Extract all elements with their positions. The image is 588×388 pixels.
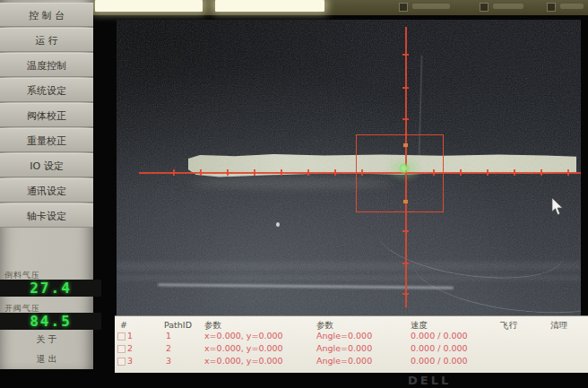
col-header-index: # — [120, 320, 127, 330]
cell-xy: x=0.000, y=0.000 — [204, 356, 283, 366]
crosshair-tick — [402, 118, 409, 120]
top-toolbar — [90, 0, 588, 15]
toolbar-checkbox-icon[interactable] — [399, 3, 408, 12]
row-checkbox[interactable] — [117, 345, 125, 353]
machine-control-screen: 控 制 台 运 行 温度控制 系统设定 阀体校正 重量校正 IO 设定 通讯设定… — [0, 0, 588, 388]
mouse-cursor-icon — [551, 198, 564, 216]
sidebar-item-system-settings[interactable]: 系统设定 — [0, 78, 93, 102]
cell-angle: Angle=0.000 — [316, 343, 372, 353]
feed-pressure-readout: 27.4 — [0, 280, 101, 297]
crosshair-tick — [281, 169, 282, 176]
crosshair-tick — [334, 169, 336, 176]
row-checkbox[interactable] — [117, 332, 125, 341]
crosshair-tick — [540, 169, 542, 176]
cell-angle: Angle=0.000 — [316, 331, 372, 341]
crosshair-tick — [567, 169, 569, 176]
crosshair-tick — [402, 87, 409, 89]
toolbar-bright-button-2[interactable] — [215, 0, 324, 12]
camera-view[interactable] — [117, 20, 581, 315]
about-button[interactable]: 关 于 — [0, 332, 93, 347]
sidebar-item-axis-settings[interactable]: 轴卡设定 — [0, 203, 93, 228]
col-header-pathid: PathID — [164, 320, 192, 330]
cell-pathid: 3 — [166, 356, 171, 366]
crosshair-tick — [514, 169, 515, 176]
crosshair-tick — [402, 54, 409, 56]
valve-open-pressure-readout: 84.5 — [0, 313, 101, 330]
toolbar-label-smudge — [560, 4, 584, 9]
crosshair-tick — [402, 230, 409, 232]
sidebar: 控 制 台 运 行 温度控制 系统设定 阀体校正 重量校正 IO 设定 通讯设定… — [0, 0, 93, 369]
cell-angle: Angle=0.000 — [316, 356, 372, 366]
cell-index: 2 — [127, 343, 133, 353]
toolbar-label-smudge — [412, 4, 450, 9]
sidebar-item-valve-calibration[interactable]: 阀体校正 — [0, 103, 93, 127]
cell-index: 3 — [127, 356, 133, 366]
col-header-flight: 飞行 — [500, 320, 517, 332]
sidebar-item-run[interactable]: 运 行 — [0, 28, 93, 52]
sidebar-item-comm-settings[interactable]: 通讯设定 — [0, 178, 93, 203]
crosshair-tick — [460, 169, 462, 176]
dust-speck — [276, 222, 280, 227]
cell-index: 1 — [127, 331, 133, 341]
path-table: # PathID 参数 参数 速度 飞行 清理 1 1 x=0.000, y=0… — [115, 315, 588, 373]
cell-pathid: 1 — [166, 331, 171, 341]
cell-xy: x=0.000, y=0.000 — [204, 331, 283, 341]
toolbar-checkbox-icon[interactable] — [547, 3, 556, 12]
cell-speed: 0.000 / 0.000 — [411, 331, 468, 341]
crosshair-tick — [173, 169, 175, 176]
row-checkbox[interactable] — [117, 358, 125, 366]
toolbar-bright-button-1[interactable] — [95, 0, 203, 12]
toolbar-label-smudge — [493, 4, 523, 9]
sidebar-item-console[interactable]: 控 制 台 — [0, 3, 93, 27]
cell-speed: 0.000 / 0.000 — [411, 343, 468, 353]
toolbar-checkbox-icon[interactable] — [480, 3, 489, 12]
roi-selection-box[interactable] — [356, 134, 444, 212]
exit-button[interactable]: 退 出 — [0, 352, 93, 366]
cell-xy: x=0.000, y=0.000 — [204, 343, 283, 353]
sidebar-item-temp-control[interactable]: 温度控制 — [0, 53, 93, 77]
col-header-clean: 清理 — [550, 320, 567, 332]
crosshair-tick — [307, 169, 309, 176]
monitor-brand-logo: DELL — [408, 374, 451, 387]
sidebar-item-weight-calibration[interactable]: 重量校正 — [0, 128, 93, 152]
cell-pathid: 2 — [166, 343, 171, 353]
crosshair-tick — [402, 293, 409, 295]
fixture-edge-line — [158, 283, 454, 289]
crosshair-tick — [227, 169, 229, 176]
crosshair-tick — [402, 263, 409, 264]
crosshair-tick — [200, 169, 202, 176]
sidebar-item-io-settings[interactable]: IO 设定 — [0, 153, 93, 177]
crosshair-tick — [487, 169, 489, 176]
cell-speed: 0.000 / 0.000 — [411, 356, 468, 366]
crosshair-tick — [254, 169, 255, 176]
